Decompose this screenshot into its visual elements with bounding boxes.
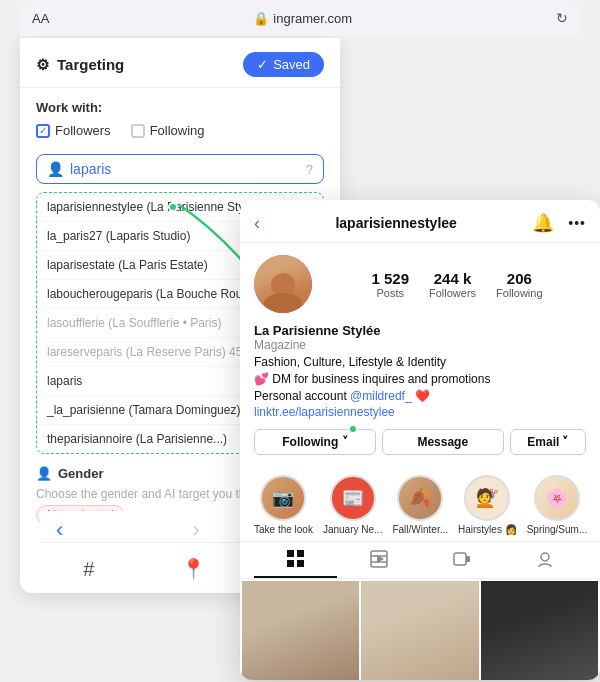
targeting-header: ⚙ Targeting ✓ Saved — [20, 38, 340, 88]
profile-link[interactable]: linktr.ee/laparisiennestylee — [254, 405, 395, 419]
dropdown-chevron: ˅ — [562, 435, 568, 449]
location-nav[interactable]: 📍 — [173, 553, 214, 585]
ig-profile-top: 1 529 Posts 244 k Followers 206 Followin… — [254, 255, 586, 313]
bio-line1: Fashion, Culture, Lifestyle & Identity — [254, 354, 586, 371]
gender-label: Gender — [58, 466, 104, 481]
followers-label: Followers — [55, 123, 111, 138]
following-count: 206 — [496, 270, 542, 287]
followers-label: Followers — [429, 287, 476, 299]
work-with-section: Work with: ✓ Followers Following — [20, 88, 340, 146]
tab-grid[interactable] — [254, 542, 337, 578]
question-mark: ? — [306, 162, 313, 177]
highlight-label-1: Take the look — [254, 524, 313, 535]
browser-aa-label: AA — [32, 11, 49, 26]
ig-category: Magazine — [254, 338, 586, 352]
following-checkbox[interactable] — [131, 124, 145, 138]
highlight-spring[interactable]: 🌸 Spring/Sum... — [527, 475, 588, 535]
svg-point-10 — [541, 553, 549, 561]
targeting-title: ⚙ Targeting — [36, 56, 124, 74]
following-label: Following — [496, 287, 542, 299]
highlight-label-4: Hairstyles 👩 — [458, 524, 517, 535]
mention-link[interactable]: @mildredf_ — [350, 389, 412, 403]
ig-bio-text: Fashion, Culture, Lifestyle & Identity 💕… — [254, 354, 586, 421]
message-button[interactable]: Message — [382, 429, 504, 455]
ig-display-name: La Parisienne Stylée — [254, 323, 586, 338]
instagram-panel: ‹ laparisiennestylee 🔔 ••• 1 529 Posts 2… — [240, 200, 600, 680]
following-option[interactable]: Following — [131, 123, 205, 138]
svg-rect-3 — [297, 560, 304, 567]
email-button[interactable]: Email ˅ — [510, 429, 586, 455]
svg-rect-2 — [287, 560, 294, 567]
ig-back-button[interactable]: ‹ — [254, 213, 260, 234]
ig-bio: La Parisienne Stylée Magazine Fashion, C… — [254, 323, 586, 421]
tab-reels[interactable] — [337, 542, 420, 578]
lock-icon: 🔒 — [253, 11, 269, 26]
ig-grid — [240, 579, 600, 680]
ig-stat-followers: 244 k Followers — [429, 270, 476, 299]
green-dot-top — [168, 202, 178, 212]
bell-icon[interactable]: 🔔 — [532, 212, 554, 234]
ig-action-buttons: Following ˅ Message Email ˅ — [254, 429, 586, 455]
work-with-options: ✓ Followers Following — [36, 123, 324, 138]
grid-item-2[interactable] — [361, 581, 478, 680]
browser-url: 🔒 ingramer.com — [253, 11, 352, 26]
following-button[interactable]: Following ˅ — [254, 429, 376, 455]
back-arrow[interactable]: ‹ — [56, 517, 63, 543]
highlight-hairstyles[interactable]: 💇 Hairstyles 👩 — [458, 475, 517, 535]
followers-checkbox[interactable]: ✓ — [36, 124, 50, 138]
avatar — [254, 255, 312, 313]
tab-igtv[interactable] — [420, 542, 503, 578]
green-dot-bottom — [348, 424, 358, 434]
browser-bar: AA 🔒 ingramer.com ↻ — [20, 0, 580, 36]
work-with-label: Work with: — [36, 100, 324, 115]
grid-item-3[interactable] — [481, 581, 598, 680]
targeting-icon: ⚙ — [36, 56, 49, 74]
grid-item-1[interactable] — [242, 581, 359, 680]
posts-count: 1 529 — [371, 270, 409, 287]
hashtag-nav[interactable]: # — [75, 554, 102, 585]
ig-stats: 1 529 Posts 244 k Followers 206 Followin… — [328, 270, 586, 299]
saved-button[interactable]: ✓ Saved — [243, 52, 324, 77]
highlight-circle-3: 🍂 — [397, 475, 443, 521]
highlight-circle-5: 🌸 — [534, 475, 580, 521]
ig-tab-bar — [240, 542, 600, 579]
followers-option[interactable]: ✓ Followers — [36, 123, 111, 138]
highlight-circle-2: 📰 — [330, 475, 376, 521]
refresh-icon[interactable]: ↻ — [556, 10, 568, 26]
gender-icon: 👤 — [36, 466, 52, 481]
highlight-circle-1: 📷 — [260, 475, 306, 521]
more-icon[interactable]: ••• — [568, 215, 586, 231]
search-section: 👤 laparis ? — [20, 146, 340, 192]
forward-arrow[interactable]: › — [193, 517, 200, 543]
svg-rect-8 — [454, 553, 466, 565]
check-icon: ✓ — [257, 57, 268, 72]
ig-profile-section: 1 529 Posts 244 k Followers 206 Followin… — [240, 243, 600, 467]
svg-rect-1 — [297, 550, 304, 557]
avatar-image — [254, 255, 312, 313]
highlight-fall-winter[interactable]: 🍂 Fall/Winter... — [392, 475, 448, 535]
followers-count: 244 k — [429, 270, 476, 287]
user-icon: 👤 — [47, 161, 64, 177]
ig-stat-posts: 1 529 Posts — [371, 270, 409, 299]
tab-tagged[interactable] — [503, 542, 586, 578]
highlight-take-the-look[interactable]: 📷 Take the look — [254, 475, 313, 535]
ig-header: ‹ laparisiennestylee 🔔 ••• — [240, 200, 600, 243]
svg-rect-9 — [466, 556, 470, 562]
bio-line2: 💕 DM for business inquires and promotion… — [254, 371, 586, 388]
ig-highlights: 📷 Take the look 📰 January Ne... 🍂 Fall/W… — [240, 467, 600, 542]
svg-rect-0 — [287, 550, 294, 557]
highlight-label-5: Spring/Sum... — [527, 524, 588, 535]
highlight-label-3: Fall/Winter... — [392, 524, 448, 535]
search-value[interactable]: laparis — [70, 161, 300, 177]
highlight-label-2: January Ne... — [323, 524, 382, 535]
highlight-circle-4: 💇 — [464, 475, 510, 521]
ig-stat-following: 206 Following — [496, 270, 542, 299]
search-row: 👤 laparis ? — [36, 154, 324, 184]
posts-label: Posts — [371, 287, 409, 299]
ig-icons: 🔔 ••• — [532, 212, 586, 234]
following-label: Following — [150, 123, 205, 138]
ig-username: laparisiennestylee — [335, 215, 456, 231]
highlight-january[interactable]: 📰 January Ne... — [323, 475, 382, 535]
bio-line3: Personal account @mildredf_ ❤️ — [254, 388, 586, 405]
